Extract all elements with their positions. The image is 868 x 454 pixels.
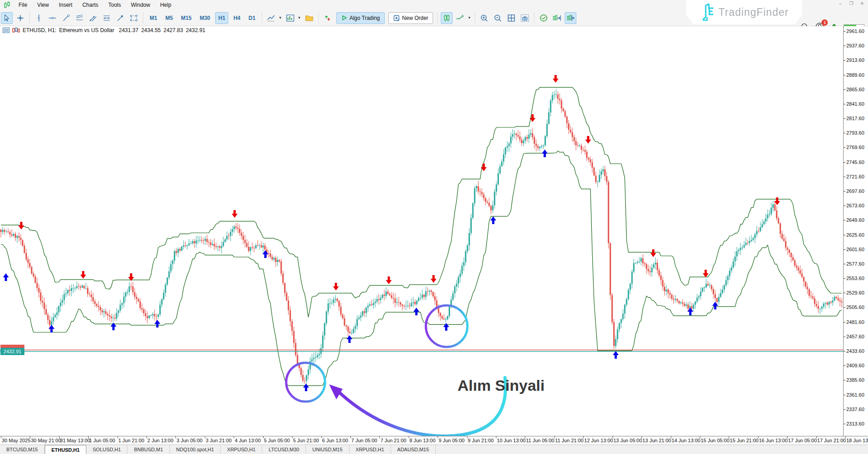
menu-window[interactable]: Window [126, 2, 156, 8]
tab-solusd-h1[interactable]: SOLUSD,H1 [86, 445, 127, 454]
current-price-lines [0, 350, 843, 351]
zoom-in-button[interactable] [478, 12, 490, 24]
time-axis-label: 17 Jun 05:00 [788, 438, 817, 443]
horizontal-line-tool-button[interactable] [47, 12, 58, 24]
arrow-line-tool-button[interactable] [114, 12, 126, 24]
indicators-button[interactable] [284, 12, 296, 24]
price-axis-label: 2457.60 [846, 334, 864, 339]
chart-canvas[interactable] [0, 26, 843, 436]
ohlc-icon[interactable] [12, 28, 20, 33]
tab-ethusd-h1[interactable]: ETHUSD,H1 [45, 445, 86, 454]
trendline-tool-button[interactable] [60, 12, 72, 24]
time-tick [525, 436, 525, 438]
notification-badge: 1 [821, 19, 828, 26]
tab-bnbusd-m1[interactable]: BNBUSD,M1 [127, 445, 170, 454]
sell-signal-arrow [232, 210, 238, 218]
time-tick [292, 436, 292, 438]
price-axis-label: 2313.60 [846, 421, 864, 426]
channel-tool-button[interactable] [87, 12, 99, 24]
price-axis-label: 2961.60 [846, 28, 864, 34]
time-axis-label: 7 Jun 05:00 [351, 438, 377, 443]
chart-type-button[interactable] [265, 12, 277, 24]
time-axis[interactable]: 30 May 202530 May 21:0031 May 13:001 Jun… [0, 436, 868, 445]
tick-arrows-icon[interactable] [322, 12, 334, 24]
crosshair-tool-button[interactable] [14, 12, 26, 24]
menu-view[interactable]: View [32, 2, 54, 8]
price-tick [844, 264, 845, 264]
time-axis-label: 14 Jun 13:00 [672, 438, 701, 443]
settings-gear-button[interactable] [538, 12, 549, 24]
auto-scroll-button[interactable] [565, 12, 576, 24]
sell-signal-arrow [431, 275, 437, 283]
candle-view-button[interactable] [441, 12, 453, 24]
chart-area[interactable]: ETHUSD, H1: Ethereum vs US Dollar 2431.3… [0, 26, 868, 436]
minimize-button[interactable]: – [837, 1, 844, 6]
timeframe-m30[interactable]: M30 [197, 12, 213, 24]
tab-ndq100-spot-h1[interactable]: NDQ100.spot,H1 [170, 445, 221, 454]
zoom-out-button[interactable] [492, 12, 504, 24]
time-axis-label: 18 Jun 13:00 [846, 438, 868, 443]
smooth-line-caret-icon[interactable]: ▼ [467, 16, 471, 20]
tab-btcusd-m15[interactable]: BTCUSD,M15 [0, 445, 45, 454]
price-axis-label: 2649.60 [846, 217, 864, 223]
shift-end-button[interactable] [551, 12, 563, 24]
tab-adausd-m15[interactable]: ADAUSD,M15 [391, 445, 436, 454]
tab-xrpusd-h1[interactable]: XRPUSD,H1 [221, 445, 262, 454]
price-axis-label: 2505.60 [846, 304, 864, 310]
new-order-button[interactable]: New Order [388, 12, 433, 24]
ohlc-open: 2431.37 [119, 27, 138, 33]
price-tick [844, 249, 845, 250]
chart-type-caret-icon[interactable]: ▼ [278, 16, 282, 20]
indicators-caret-icon[interactable]: ▼ [297, 16, 301, 20]
tradingfinder-logo-text: TradingFinder [718, 6, 788, 19]
price-tick [844, 307, 845, 308]
menu-insert[interactable]: Insert [54, 2, 77, 8]
time-axis-label: 1 Jun 21:00 [118, 438, 145, 443]
tab-ltcusd-m30[interactable]: LTCUSD,M30 [262, 445, 306, 454]
time-axis-label: 4 Jun 13:00 [235, 438, 261, 443]
price-tick [844, 424, 845, 424]
timeframe-h1[interactable]: H1 [215, 12, 228, 24]
time-axis-label: 9 Jun 21:00 [468, 438, 494, 443]
quotes-icon[interactable] [3, 28, 9, 33]
timeframe-buttons: M1M5M15M30H1H4D1 [146, 12, 259, 24]
timeframe-h4[interactable]: H4 [230, 12, 243, 24]
close-button[interactable]: ✕ [859, 1, 865, 6]
time-axis-label: 1 Jun 05:00 [89, 438, 115, 443]
price-axis[interactable]: 2961.602937.602913.602889.602865.602841.… [843, 26, 868, 436]
timeframe-d1[interactable]: D1 [245, 12, 259, 24]
timeframe-m5[interactable]: M5 [162, 12, 176, 24]
menu-tools[interactable]: Tools [104, 2, 126, 8]
vertical-line-tool-button[interactable] [33, 12, 45, 24]
equidistant-tool-button[interactable] [101, 12, 113, 24]
price-axis-label: 2529.60 [846, 290, 864, 295]
restore-button[interactable]: ❐ [848, 1, 854, 6]
time-tick [613, 436, 613, 438]
shape-rect-tool-button[interactable] [128, 12, 140, 24]
time-tick [467, 436, 467, 438]
ohlc-close: 2432.91 [186, 27, 205, 33]
grid-button[interactable] [505, 12, 517, 24]
menu-help[interactable]: Help [155, 2, 176, 8]
time-tick [59, 436, 60, 438]
cursor-tool-button[interactable] [1, 12, 13, 24]
algo-trading-button[interactable]: Algo Trading [336, 12, 385, 24]
tab-uniusd-m15[interactable]: UNIUSD,M15 [306, 445, 349, 454]
fibo-fan-tool-button[interactable] [74, 12, 85, 24]
templates-folder-button[interactable] [303, 12, 315, 24]
annotation-circle [286, 363, 325, 402]
app-logo-icon [4, 1, 11, 9]
timeframe-m1[interactable]: M1 [146, 12, 160, 24]
smooth-line-button[interactable] [454, 12, 466, 24]
buy-signal-arrow [491, 216, 496, 224]
time-tick [350, 436, 351, 438]
buy-signal-arrow [443, 323, 449, 331]
tab-xrpusd-h1[interactable]: XRPUSD,H1 [349, 445, 391, 454]
sell-signal-arrow [530, 114, 536, 122]
menu-charts[interactable]: Charts [77, 2, 103, 8]
price-axis-label: 2577.60 [846, 261, 864, 267]
menu-file[interactable]: File [14, 2, 32, 8]
buy-signal-arrow [111, 323, 117, 330]
timeframe-m15[interactable]: M15 [178, 12, 194, 24]
screenshot-button[interactable] [519, 12, 531, 24]
